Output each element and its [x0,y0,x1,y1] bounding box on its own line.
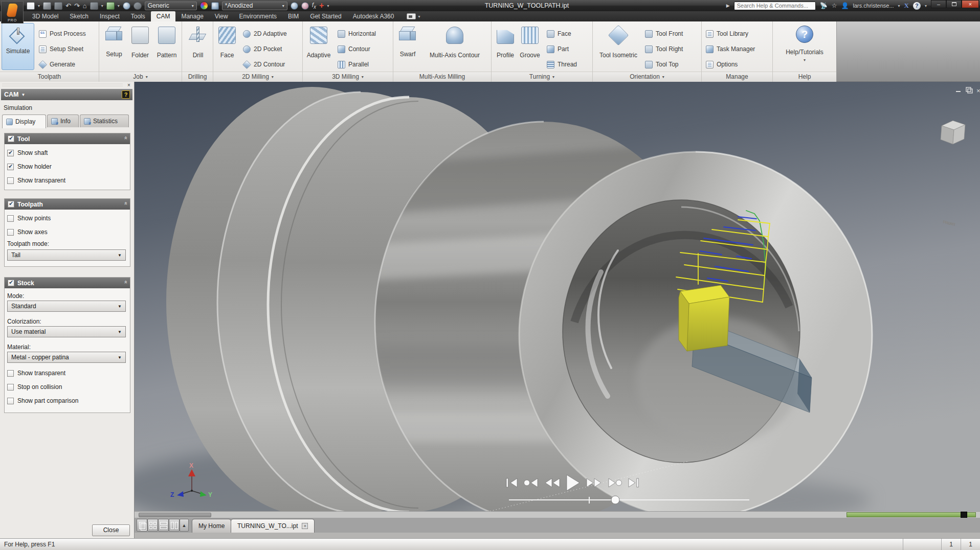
group-label-manage[interactable]: Manage [702,72,772,82]
adjust-sphere-icon[interactable] [291,2,298,10]
clear-appearance-icon[interactable] [301,2,309,10]
color-wheel-icon[interactable] [200,2,208,10]
2d-adaptive-button[interactable]: 2D Adaptive [243,28,287,39]
maximize-button[interactable] [946,0,962,8]
tab-autodesk-a360[interactable]: Autodesk A360 [347,11,400,21]
horizontal-scrollbar[interactable] [135,511,980,518]
communication-center-icon[interactable]: 📡 [820,2,828,9]
tab-display[interactable]: Display [2,114,46,128]
tile-vertical-button[interactable] [169,519,180,532]
setup-button[interactable]: Setup [102,27,126,58]
tab-cam[interactable]: CAM [151,11,176,21]
tab-document[interactable]: TURNING_W_TO...ipt × [231,519,315,533]
show-axes-checkbox[interactable] [7,229,14,236]
pattern-button[interactable]: Pattern [153,27,180,59]
user-dropdown-icon[interactable]: ▾ [898,4,900,8]
drill-button[interactable]: Drill [189,27,207,59]
swarf-button[interactable]: Swarf [396,27,419,58]
appearance-dropdown-icon[interactable]: ▾ [118,4,120,8]
new-file-icon[interactable] [27,2,35,10]
tab-environments[interactable]: Environments [234,11,282,21]
panel-close-button[interactable]: Close [92,524,130,536]
2d-contour-button[interactable]: 2D Contour [243,59,285,70]
appearance-cube-icon[interactable] [106,2,115,10]
minimize-button[interactable]: – [931,0,946,8]
help-dropdown-icon[interactable]: ▾ [925,4,927,8]
tab-statistics[interactable]: Statistics [80,114,129,127]
tab-inspect[interactable]: Inspect [94,11,125,21]
stock-section-header[interactable]: Stock » [5,278,130,288]
material-style-select[interactable]: Generic▾ [145,2,197,10]
redo-icon[interactable]: ↷ [74,2,80,10]
tile-horizontal-button[interactable] [158,519,169,532]
turn-thread-button[interactable]: Thread [547,59,577,70]
stock-show-transparent-checkbox[interactable] [7,370,14,377]
group-label-drilling[interactable]: Drilling [182,72,213,82]
colorization-select[interactable]: Use material ▼ [7,326,126,337]
group-label-toolpath[interactable]: Toolpath [0,72,99,82]
appearance-swatch-icon[interactable] [211,2,219,10]
group-label-3d-milling[interactable]: 3D Milling▾ [303,72,393,82]
ribbon-display-toggle[interactable]: ▾ [407,11,420,21]
cascade-windows-button[interactable] [137,519,147,532]
appearance-style-select[interactable]: *Anodized▾ [222,2,287,10]
tool-section-header[interactable]: Tool » [5,133,130,144]
panel-header[interactable]: CAM ▼ ? [1,89,132,100]
show-part-comparison-checkbox[interactable] [7,398,14,404]
tool-isometric-button[interactable]: Tool Isometric [596,27,641,59]
scrollbar-thumb[interactable] [139,513,211,517]
post-process-button[interactable]: Post Process [39,28,86,39]
search-expand-icon[interactable]: ▶ [726,3,730,8]
parameters-fx-icon[interactable]: fx [312,2,316,10]
tool-library-button[interactable]: Tool Library [706,28,748,39]
panel-help-icon[interactable]: ? [122,90,130,99]
material-select[interactable]: Metal - copper patina ▼ [7,352,126,363]
favorites-star-icon[interactable]: ☆ [832,2,837,9]
collapse-chevron-icon[interactable]: » [122,281,128,284]
setup-sheet-button[interactable]: Setup Sheet [39,43,83,55]
add-icon[interactable]: + [319,2,324,9]
tool-top-button[interactable]: Tool Top [645,59,678,70]
tab-view[interactable]: View [209,11,234,21]
qat-customize-dropdown-icon[interactable]: ▾ [327,4,329,8]
help-icon[interactable]: ? [913,2,921,10]
multi-axis-contour-button[interactable]: Multi-Axis Contour [421,27,488,59]
parallel-button[interactable]: Parallel [338,59,369,70]
2d-pocket-button[interactable]: 2D Pocket [243,43,282,55]
panel-close-icon[interactable]: × [126,82,132,88]
adaptive-button[interactable]: Adaptive [305,27,332,59]
tab-get-started[interactable]: Get Started [304,11,347,21]
tool-section-checkbox[interactable] [8,135,14,142]
tab-info[interactable]: Info [47,114,79,127]
material-sphere-icon[interactable] [123,2,130,10]
undo-icon[interactable]: ↶ [65,2,71,10]
tab-3d-model[interactable]: 3D Model [27,11,64,21]
toolpath-section-checkbox[interactable] [8,201,14,208]
show-transparent-tool-checkbox[interactable] [7,177,14,184]
face-2d-button[interactable]: Face [216,27,238,59]
group-label-orientation[interactable]: Orientation▾ [593,72,701,82]
panel-drag-handle[interactable] [2,84,123,87]
timeline-handle[interactable] [611,496,619,504]
collapse-chevron-icon[interactable]: » [122,202,128,205]
horizontal-button[interactable]: Horizontal [338,28,376,39]
simulate-button[interactable]: Simulate [2,23,34,70]
tab-manage[interactable]: Manage [175,11,209,21]
toolpath-mode-select[interactable]: Tail ▼ [7,249,126,261]
group-label-help[interactable]: Help [773,72,836,82]
tab-sketch[interactable]: Sketch [64,11,94,21]
expand-tabs-button[interactable]: ▲ [180,519,189,532]
stock-mode-select[interactable]: Standard ▼ [7,301,126,312]
tool-right-button[interactable]: Tool Right [645,43,683,55]
tool-front-button[interactable]: Tool Front [645,28,683,39]
help-tutorials-button[interactable]: ? Help/Tutorials ▾ [779,26,830,62]
home-icon[interactable]: ⌂ [83,2,87,10]
stock-section-checkbox[interactable] [8,280,14,286]
signed-in-user[interactable]: lars.christense... [853,3,894,9]
render-dropdown-icon[interactable]: ▾ [101,4,103,8]
turn-part-button[interactable]: Part [547,43,569,55]
toolpath-section-header[interactable]: Toolpath » [5,199,130,210]
group-label-multi-axis[interactable]: Multi-Axis Milling [393,72,491,82]
progress-handle[interactable] [961,512,967,518]
tab-my-home[interactable]: My Home [192,519,231,533]
